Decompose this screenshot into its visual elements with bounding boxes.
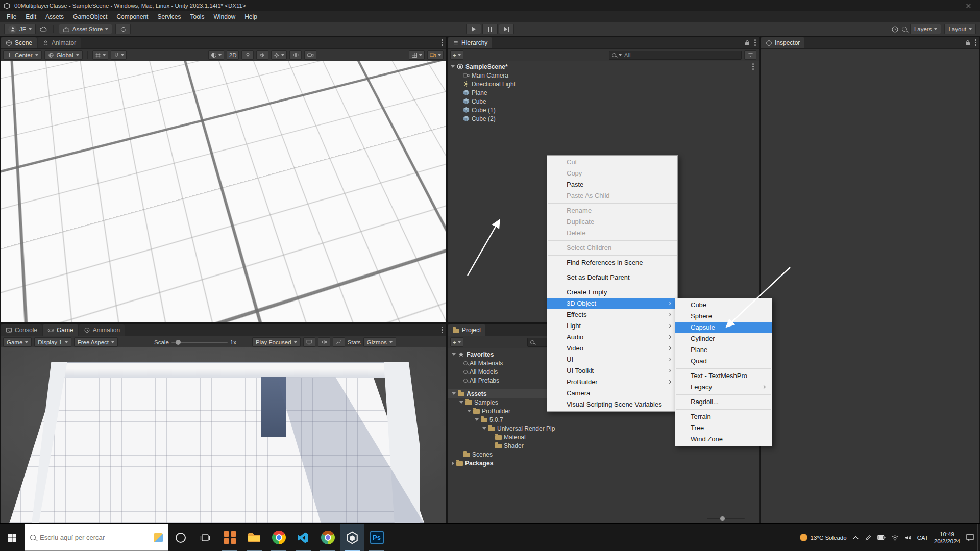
foldout-icon[interactable] [482, 427, 486, 430]
lock-icon[interactable] [745, 40, 750, 46]
layout-dropdown[interactable]: Layout [944, 24, 976, 34]
stats-toggle[interactable]: Stats [348, 339, 361, 345]
panel-menu-icon[interactable] [442, 39, 443, 46]
submenu-legacy[interactable]: Legacy [675, 382, 772, 393]
menu-component[interactable]: Component [112, 11, 153, 22]
volume-icon[interactable] [904, 535, 912, 541]
scene-viewport[interactable]: 1METER 1METER [Prototype] [Prototype] [P… [1, 61, 446, 322]
submenu-sphere[interactable]: Sphere [675, 311, 772, 322]
taskbar-app-explorer[interactable] [242, 524, 266, 551]
taskbar-app-browser2[interactable] [315, 524, 340, 551]
hierarchy-item-main-camera[interactable]: Main Camera [448, 71, 759, 80]
2d-toggle[interactable]: 2D [227, 50, 239, 60]
lighting-toggle[interactable] [241, 50, 254, 60]
foldout-icon[interactable] [475, 418, 479, 421]
hierarchy-item-cube-2[interactable]: Cube (2) [448, 114, 759, 123]
context-select-children[interactable]: Select Children [547, 242, 677, 254]
taskbar-app-photoshop[interactable]: Ps [364, 524, 389, 551]
z-axis-ball[interactable] [389, 96, 393, 99]
taskbar-app-orange[interactable] [217, 524, 242, 551]
project-folder-scenes[interactable]: Scenes [448, 450, 759, 459]
transform-tool[interactable] [6, 137, 18, 150]
context-cut[interactable]: Cut [547, 157, 677, 168]
layers-dropdown[interactable]: Layers [910, 24, 942, 34]
cortana-button[interactable] [168, 524, 193, 551]
foldout-icon[interactable] [459, 401, 463, 404]
context-ui[interactable]: UI [547, 354, 677, 365]
taskbar-search[interactable] [24, 524, 168, 551]
submenu-capsule[interactable]: Capsule [675, 322, 772, 333]
orientation-dropdown[interactable]: Global [44, 50, 83, 60]
close-button[interactable] [957, 0, 980, 11]
project-zoom-knob[interactable] [720, 516, 725, 521]
custom-tool[interactable] [6, 151, 18, 163]
add-gameobject-button[interactable]: + [450, 50, 463, 60]
aspect-dropdown[interactable]: Free Aspect [74, 337, 118, 347]
context-camera[interactable]: Camera [547, 388, 677, 399]
foldout-icon[interactable] [467, 410, 471, 412]
audio-toggle[interactable] [256, 50, 268, 60]
taskbar-app-chrome[interactable] [266, 524, 291, 551]
taskbar-app-unity[interactable] [340, 524, 364, 551]
tab-scene[interactable]: Scene [1, 37, 37, 48]
submenu-ragdoll[interactable]: Ragdoll... [675, 396, 772, 408]
weather-widget[interactable]: 13°C Soleado [800, 534, 847, 541]
cloud-icon[interactable] [39, 26, 48, 33]
game-target-dropdown[interactable]: Game [3, 337, 32, 347]
menu-file[interactable]: File [2, 11, 21, 22]
submenu-wind-zone[interactable]: Wind Zone [675, 434, 772, 445]
start-button[interactable] [0, 524, 24, 551]
menu-gameobject[interactable]: GameObject [68, 11, 112, 22]
context-3d-object[interactable]: 3D Object [547, 298, 677, 309]
hierarchy-search[interactable]: All [609, 51, 742, 60]
foldout-icon[interactable] [452, 392, 456, 395]
hierarchy-filter-button[interactable] [744, 50, 756, 60]
menu-edit[interactable]: Edit [21, 11, 41, 22]
hierarchy-item-directional-light[interactable]: Directional Light [448, 80, 759, 88]
taskbar-app-vscode[interactable] [291, 524, 315, 551]
scale-slider[interactable] [172, 342, 228, 343]
submenu-tree[interactable]: Tree [675, 422, 772, 434]
increment-snap-button[interactable] [111, 50, 127, 60]
game-viewport[interactable] [1, 347, 446, 523]
context-light[interactable]: Light [547, 320, 677, 332]
menu-tools[interactable]: Tools [185, 11, 209, 22]
hidden-icons-chevron[interactable] [852, 535, 859, 540]
context-effects[interactable]: Effects [547, 309, 677, 320]
view-tool[interactable] [6, 71, 18, 84]
context-delete[interactable]: Delete [547, 228, 677, 239]
scene-options-icon[interactable] [752, 63, 754, 70]
pivot-dropdown[interactable]: Center [3, 50, 42, 60]
menu-assets[interactable]: Assets [41, 11, 68, 22]
hierarchy-item-cube[interactable]: Cube [448, 97, 759, 106]
foldout-icon[interactable] [451, 65, 455, 68]
effects-dropdown[interactable] [271, 50, 287, 60]
foldout-icon[interactable] [452, 353, 456, 356]
tab-animation[interactable]: Animation [79, 324, 125, 336]
mute-audio-button[interactable] [318, 337, 330, 347]
persp-label[interactable]: < Persp [379, 111, 432, 118]
hierarchy-item-plane[interactable]: Plane [448, 88, 759, 97]
gizmos-dropdown[interactable]: Gizmos [363, 337, 396, 347]
hierarchy-scene-row[interactable]: SampleScene* [448, 62, 759, 71]
action-center-icon[interactable] [966, 534, 974, 541]
minimize-button[interactable] [910, 0, 933, 11]
scene-camera-settings[interactable] [427, 50, 444, 60]
pen-tray-icon[interactable] [865, 534, 872, 541]
account-dropdown[interactable]: JF [4, 24, 36, 34]
context-ui-toolkit[interactable]: UI Toolkit [547, 365, 677, 377]
tab-inspector[interactable]: Inspector [761, 37, 804, 48]
hierarchy-item-cube-1[interactable]: Cube (1) [448, 106, 759, 114]
panel-menu-icon[interactable] [975, 39, 976, 46]
asset-store-button[interactable]: Asset Store [59, 24, 112, 34]
camera-overlay-button[interactable] [304, 50, 316, 60]
project-zoom-slider[interactable] [707, 518, 745, 519]
metrics-button[interactable] [333, 337, 345, 347]
submenu-cube[interactable]: Cube [675, 299, 772, 311]
menu-window[interactable]: Window [209, 11, 240, 22]
sync-button[interactable] [115, 24, 131, 34]
project-folder-packages[interactable]: Packages [448, 459, 759, 467]
play-button[interactable] [466, 24, 481, 34]
move-tool[interactable] [6, 84, 18, 97]
wifi-icon[interactable] [891, 535, 899, 541]
